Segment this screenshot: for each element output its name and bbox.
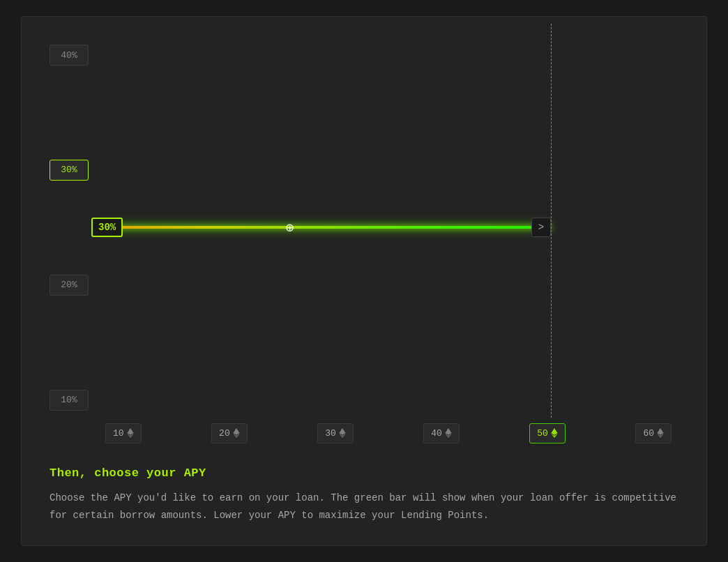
x-axis: 10 20 30 [98, 414, 678, 453]
bar-arrow-button[interactable]: > [531, 218, 551, 237]
eth-icon-20 [233, 428, 240, 438]
x-label-30[interactable]: 30 [317, 423, 354, 443]
chart-content: 30% ⊕ > [98, 45, 678, 411]
y-axis: 40% 30% 20% 10% [50, 45, 91, 411]
x-label-30-value: 30 [325, 428, 336, 439]
y-label-30: 30% [50, 160, 89, 181]
x-label-50-value: 50 [537, 428, 548, 439]
x-label-10[interactable]: 10 [105, 423, 142, 443]
description-body: Choose the APY you'd like to earn on you… [50, 489, 678, 524]
eth-icon-40 [445, 428, 452, 438]
eth-icon-60 [657, 428, 664, 438]
y-label-20: 20% [50, 275, 89, 296]
x-label-20-value: 20 [219, 428, 230, 439]
bar-fill [98, 226, 551, 229]
description-title: Then, choose your APY [50, 466, 678, 480]
x-label-60[interactable]: 60 [635, 423, 672, 443]
x-label-10-value: 10 [113, 428, 124, 439]
apy-start-label: 30% [91, 218, 123, 237]
eth-icon-30 [339, 428, 346, 438]
y-label-40: 40% [50, 45, 89, 66]
main-container: 40% 30% 20% 10% 30% ⊕ > 1 [21, 16, 707, 546]
eth-icon-50 [551, 428, 558, 438]
bar-track[interactable]: 30% ⊕ > [98, 226, 678, 229]
x-label-50[interactable]: 50 [529, 423, 566, 443]
description-section: Then, choose your APY Choose the APY you… [50, 453, 678, 524]
vertical-dashed-line [551, 24, 552, 418]
x-label-20[interactable]: 20 [211, 423, 248, 443]
eth-icon-10 [127, 428, 134, 438]
y-label-10: 10% [50, 390, 89, 411]
chart-area: 40% 30% 20% 10% 30% ⊕ > 1 [50, 45, 678, 453]
x-label-40[interactable]: 40 [423, 423, 460, 443]
drag-cursor-icon[interactable]: ⊕ [286, 219, 294, 236]
x-label-40-value: 40 [431, 428, 442, 439]
x-label-60-value: 60 [643, 428, 654, 439]
